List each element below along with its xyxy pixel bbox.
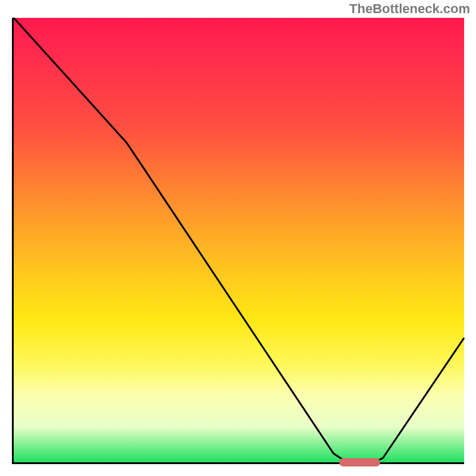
bottleneck-curve-path [14, 18, 464, 462]
chart-container: { "watermark": "TheBottleneck.com", "cha… [0, 0, 476, 476]
plot-area [12, 18, 464, 464]
line-series [14, 18, 464, 462]
watermark-text: TheBottleneck.com [349, 1, 470, 17]
highlight-marker [339, 458, 380, 466]
